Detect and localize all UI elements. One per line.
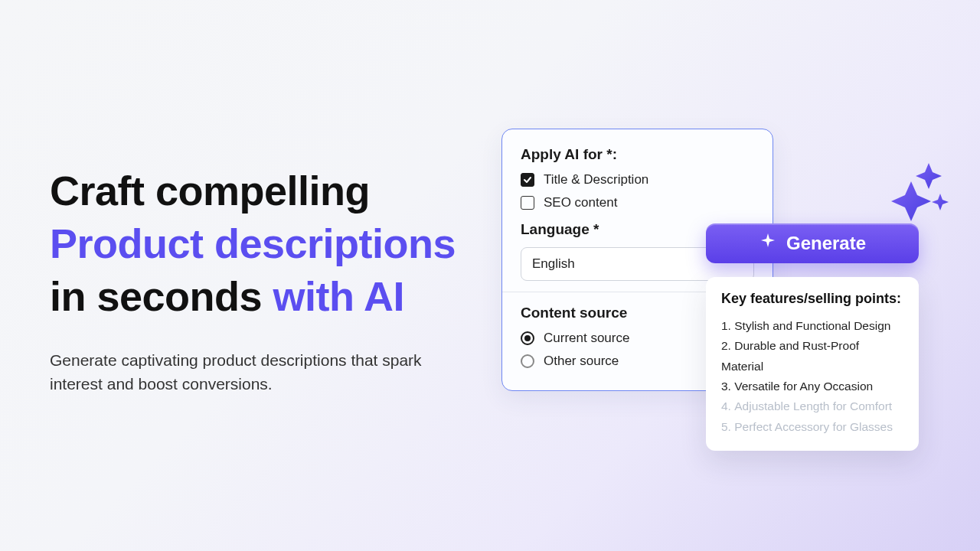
checkbox-label: SEO content	[544, 195, 617, 210]
hero-subtext: Generate captivating product description…	[50, 349, 479, 396]
sparkle-icon	[759, 232, 777, 255]
checkbox-seo-content[interactable]: SEO content	[521, 195, 754, 210]
radio-label: Current source	[544, 331, 629, 346]
hero-line1: Craft compelling	[50, 168, 370, 214]
feature-item: Adjustable Length for Comfort	[721, 396, 903, 416]
radio-label: Other source	[544, 354, 619, 369]
radio-icon	[521, 331, 534, 345]
features-list: Stylish and Functional DesignDurable and…	[721, 316, 903, 437]
hero-headline: Craft compelling Product descriptions in…	[50, 165, 479, 323]
features-card: Key features/selling points: Stylish and…	[706, 277, 919, 451]
features-title: Key features/selling points:	[721, 291, 903, 307]
generate-label: Generate	[786, 233, 866, 254]
generate-button[interactable]: Generate	[706, 223, 919, 263]
apply-ai-label: Apply AI for *:	[521, 146, 754, 163]
feature-item: Versatile for Any Occasion	[721, 377, 903, 396]
feature-item: Durable and Rust-Proof Material	[721, 336, 903, 377]
feature-item: Stylish and Functional Design	[721, 316, 903, 336]
language-value: English	[532, 256, 575, 271]
radio-icon	[521, 354, 534, 368]
hero-line3a: in seconds	[50, 273, 273, 319]
hero-line3b: with AI	[273, 273, 404, 319]
feature-item: Perfect Accessory for Glasses	[721, 417, 903, 437]
checkbox-label: Title & Description	[544, 172, 648, 187]
checkbox-icon	[521, 173, 534, 187]
checkbox-title-description[interactable]: Title & Description	[521, 172, 754, 187]
hero-line2: Product descriptions	[50, 220, 456, 266]
sparkles-decoration	[887, 157, 956, 226]
checkbox-icon	[521, 196, 534, 210]
